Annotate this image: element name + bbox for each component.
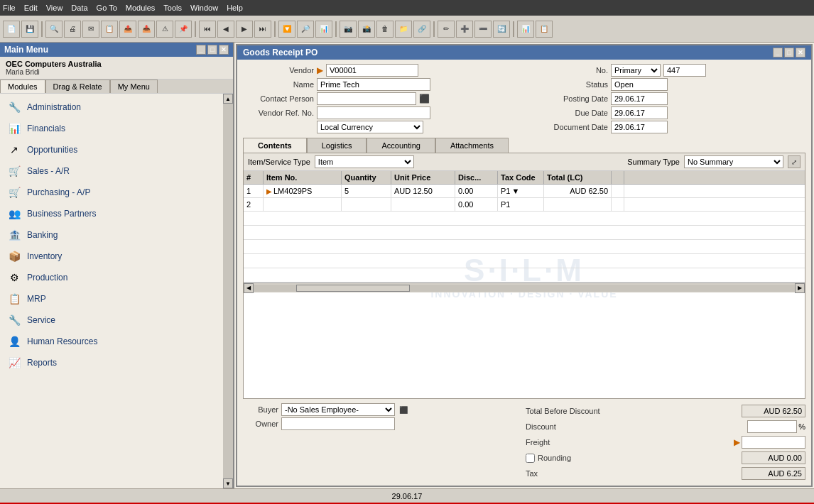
row1-price[interactable]: AUD 12.50 <box>391 185 455 197</box>
row2-item[interactable] <box>264 198 342 211</box>
toolbar-btn-12[interactable]: 📸 <box>358 21 375 38</box>
toolbar-btn-filter[interactable]: 🔽 <box>278 21 295 38</box>
toolbar-btn-2[interactable]: 💾 <box>21 21 38 38</box>
scroll-thumb[interactable] <box>296 285 410 292</box>
toolbar-btn-11[interactable]: 📷 <box>340 21 357 38</box>
tab-logistics[interactable]: Logistics <box>307 138 367 153</box>
currency-select[interactable]: Local Currency <box>317 121 423 133</box>
menu-edit[interactable]: Edit <box>24 4 38 12</box>
contact-person-icon[interactable]: ⬛ <box>419 94 430 104</box>
toolbar-nav-next[interactable]: ▶ <box>236 21 253 38</box>
toolbar-btn-17[interactable]: 📋 <box>536 21 553 38</box>
vendor-code-input[interactable] <box>326 64 418 77</box>
sidebar-item-service[interactable]: 🔧 Service <box>0 309 223 331</box>
tab-my-menu[interactable]: My Menu <box>110 80 158 93</box>
tab-attachments[interactable]: Attachments <box>435 138 509 153</box>
tab-accounting[interactable]: Accounting <box>367 138 435 153</box>
menu-goto[interactable]: Go To <box>97 4 117 12</box>
row1-tax-dropdown[interactable]: ▼ <box>511 187 519 195</box>
no-type-select[interactable]: Primary <box>611 64 661 77</box>
vendor-name-input[interactable] <box>317 78 430 91</box>
toolbar-btn-print[interactable]: 🖨 <box>64 21 81 38</box>
toolbar-nav-first[interactable]: ⏮ <box>199 21 216 38</box>
sidebar-item-human-resources[interactable]: 👤 Human Resources <box>0 331 223 352</box>
sidebar-item-sales---a-r[interactable]: 🛒 Sales - A/R <box>0 160 223 182</box>
discount-value-input[interactable] <box>747 420 797 433</box>
toolbar-btn-6[interactable]: 📤 <box>119 21 136 38</box>
toolbar-btn-9[interactable]: 🔎 <box>297 21 314 38</box>
toolbar-btn-10[interactable]: 📊 <box>315 21 332 38</box>
menu-tools[interactable]: Tools <box>163 4 182 12</box>
scroll-left-button[interactable]: ◀ <box>244 283 254 293</box>
buyer-select[interactable]: -No Sales Employee- <box>281 403 395 416</box>
item-type-label: Item/Service Type <box>248 158 310 166</box>
sidebar-item-reports[interactable]: 📈 Reports <box>0 352 223 373</box>
summary-type-select[interactable]: No Summary <box>684 155 783 168</box>
toolbar-nav-last[interactable]: ⏭ <box>254 21 271 38</box>
sidebar-item-production[interactable]: ⚙ Production <box>0 267 223 288</box>
row1-qty[interactable]: 5 <box>342 185 391 197</box>
menu-file[interactable]: File <box>3 4 16 12</box>
toolbar-btn-15[interactable]: 🔗 <box>413 21 430 38</box>
toolbar-btn-8[interactable]: 📌 <box>175 21 192 38</box>
vendor-ref-label: Vendor Ref. No. <box>243 109 314 117</box>
toolbar-btn-edit[interactable]: ✏ <box>438 21 455 38</box>
row1-item-no[interactable]: LM4029PS <box>273 187 312 195</box>
doc-minimize[interactable]: _ <box>773 48 783 57</box>
freight-value-input[interactable] <box>742 436 805 449</box>
posting-date-input[interactable] <box>611 92 668 105</box>
toolbar-btn-add[interactable]: ➕ <box>456 21 473 38</box>
doc-restore[interactable]: □ <box>784 48 794 57</box>
menu-data[interactable]: Data <box>71 4 87 12</box>
toolbar-btn-email[interactable]: ✉ <box>82 21 99 38</box>
minimize-button[interactable]: _ <box>196 45 206 55</box>
row1-disc[interactable]: 0.00 <box>455 185 498 197</box>
scroll-up-button[interactable]: ▲ <box>223 94 233 104</box>
owner-input[interactable] <box>281 417 395 430</box>
right-panel: Goods Receipt PO _ □ ✕ Vendor ▶ <box>234 43 814 488</box>
expand-table-button[interactable]: ⤢ <box>788 155 801 168</box>
toolbar-btn-16[interactable]: 🔄 <box>493 21 510 38</box>
menu-item-icon: 🛒 <box>7 164 21 178</box>
tab-contents[interactable]: Contents <box>243 138 307 153</box>
toolbar-btn-13[interactable]: 🗑 <box>376 21 394 38</box>
sidebar-item-business-partners[interactable]: 👥 Business Partners <box>0 203 223 224</box>
scroll-right-button[interactable]: ▶ <box>795 283 805 293</box>
document-title-buttons: _ □ ✕ <box>773 48 805 57</box>
doc-close[interactable]: ✕ <box>796 48 805 57</box>
toolbar-btn-find[interactable]: 🔍 <box>45 21 63 38</box>
vendor-ref-input[interactable] <box>317 106 430 119</box>
toolbar-nav-prev[interactable]: ◀ <box>217 21 234 38</box>
freight-icon[interactable]: ▶ <box>734 437 740 447</box>
due-date-input[interactable] <box>611 106 668 119</box>
restore-button[interactable]: □ <box>207 45 217 55</box>
sidebar-item-opportunities[interactable]: ↗ Opportunities <box>0 139 223 160</box>
sidebar-item-inventory[interactable]: 📦 Inventory <box>0 246 223 267</box>
toolbar-btn-1[interactable]: 📄 <box>3 21 20 38</box>
sidebar-item-banking[interactable]: 🏦 Banking <box>0 224 223 246</box>
buyer-icon[interactable]: ⬛ <box>399 406 408 414</box>
menu-help[interactable]: Help <box>227 4 243 12</box>
menu-window[interactable]: Window <box>190 4 218 12</box>
sidebar-item-administration[interactable]: 🔧 Administration <box>0 97 223 118</box>
sidebar-item-financials[interactable]: 📊 Financials <box>0 118 223 139</box>
toolbar-btn-alert[interactable]: ⚠ <box>156 21 173 38</box>
toolbar-btn-5[interactable]: 📋 <box>101 21 118 38</box>
toolbar-btn-excel[interactable]: 📊 <box>517 21 534 38</box>
toolbar-btn-14[interactable]: 📁 <box>395 21 412 38</box>
tab-drag-relate[interactable]: Drag & Relate <box>45 80 110 93</box>
menu-view[interactable]: View <box>46 4 63 12</box>
item-type-select[interactable]: Item <box>315 155 414 168</box>
sidebar-item-purchasing---a-p[interactable]: 🛒 Purchasing - A/P <box>0 182 223 203</box>
close-button[interactable]: ✕ <box>219 45 229 55</box>
toolbar-btn-7[interactable]: 📥 <box>138 21 155 38</box>
toolbar-btn-remove[interactable]: ➖ <box>474 21 492 38</box>
tab-modules[interactable]: Modules <box>0 80 45 93</box>
sidebar-item-mrp[interactable]: 📋 MRP <box>0 288 223 309</box>
scroll-down-button[interactable]: ▼ <box>223 478 233 488</box>
rounding-checkbox[interactable] <box>526 454 535 463</box>
menu-modules[interactable]: Modules <box>126 4 156 12</box>
doc-date-input[interactable] <box>611 121 668 133</box>
no-value-input[interactable] <box>663 64 706 77</box>
contact-person-input[interactable] <box>317 92 416 105</box>
